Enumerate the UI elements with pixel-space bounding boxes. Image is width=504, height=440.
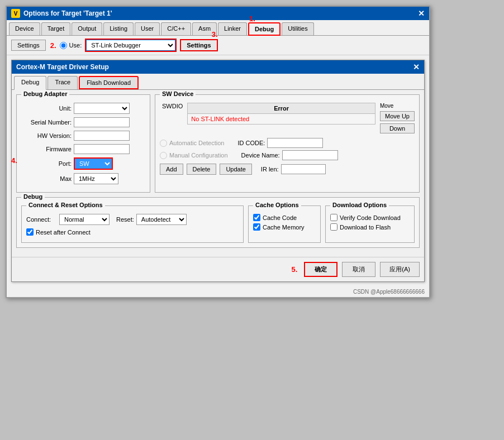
reset-select[interactable]: Autodetect	[136, 214, 187, 225]
app-icon: V	[11, 9, 20, 18]
serial-row: Serial Number:	[21, 117, 145, 127]
download-options-label: Download Options	[330, 202, 389, 208]
cache-code-row: Cache Code	[253, 214, 316, 221]
use-radio-input[interactable]	[60, 42, 67, 49]
main-row: Debug Adapter Unit: Serial Number: HW Ve…	[16, 94, 420, 193]
download-flash-checkbox[interactable]	[330, 223, 337, 231]
swdio-table-wrapper: Error No ST-LINK detected	[187, 103, 375, 129]
manual-config-label: Manual Configuration	[169, 152, 228, 159]
tab-utilities[interactable]: Utilities	[282, 22, 313, 35]
action-btns: Add Delete Update IR len:	[160, 164, 415, 175]
move-up-button[interactable]: Move Up	[380, 111, 415, 121]
firmware-row: Firmware	[21, 144, 145, 154]
use-radio-label: Use:	[69, 42, 82, 49]
delete-button[interactable]: Delete	[187, 164, 217, 175]
inner-close-button[interactable]: ✕	[413, 63, 420, 71]
cache-memory-checkbox[interactable]	[253, 223, 260, 231]
cache-code-label: Cache Code	[263, 214, 297, 221]
confirm-button[interactable]: 确定	[304, 262, 337, 277]
download-flash-label: Download to Flash	[340, 224, 391, 231]
inner-content: Debug Adapter Unit: Serial Number: HW Ve…	[12, 90, 424, 257]
ir-len-label: IR len:	[261, 166, 279, 173]
tab-listing[interactable]: Listing	[103, 22, 134, 35]
reset-after-connect-label: Reset after Connect	[36, 229, 91, 236]
connect-reset-group: Connect & Reset Options Connect: Normal …	[21, 205, 244, 243]
debugger-select-wrapper: ST-Link Debugger	[86, 40, 175, 51]
max-row: Max 1MHz	[21, 173, 145, 184]
cache-code-checkbox[interactable]	[253, 214, 260, 221]
cache-memory-label: Cache Memory	[263, 224, 305, 231]
number3-label: 3.	[212, 30, 218, 39]
move-down-button[interactable]: Down	[380, 123, 415, 133]
reset-after-connect-row: Reset after Connect	[26, 228, 239, 236]
inner-window-title: Cortex-M Target Driver Setup	[16, 63, 109, 71]
tab-linker[interactable]: Linker	[218, 22, 247, 35]
debugger-select[interactable]: ST-Link Debugger	[86, 40, 175, 51]
verify-code-checkbox[interactable]	[330, 214, 337, 221]
outer-close-button[interactable]: ✕	[418, 9, 425, 17]
hw-input[interactable]	[74, 131, 130, 141]
table-row: No ST-LINK detected	[188, 114, 375, 125]
sw-table: Error No ST-LINK detected	[187, 103, 375, 125]
cache-options-label: Cache Options	[253, 202, 301, 208]
firmware-label: Firmware	[21, 146, 72, 152]
cache-group: Cache Options Cache Code Cache Memory	[248, 205, 321, 243]
max-label: Max	[21, 175, 72, 182]
tab-debug-inner[interactable]: Debug	[14, 76, 46, 90]
max-select[interactable]: 1MHz	[74, 173, 118, 184]
tab-flash-download[interactable]: Flash Download	[79, 76, 139, 89]
error-cell: No ST-LINK detected	[188, 114, 375, 125]
auto-detect-label: Automatic Detection	[169, 140, 224, 146]
verify-code-label: Verify Code Download	[340, 214, 401, 221]
port-select[interactable]: SW	[74, 157, 113, 170]
update-button[interactable]: Update	[220, 164, 251, 175]
settings-btn-wrapper: 3. Settings	[180, 39, 217, 51]
tab-user[interactable]: User	[135, 22, 160, 35]
hw-label: HW Version:	[21, 132, 72, 139]
connect-row: Connect: Normal Reset: Autodetect	[26, 214, 239, 225]
unit-label: Unit:	[21, 105, 72, 112]
manual-config-radio[interactable]	[160, 152, 167, 159]
add-button[interactable]: Add	[160, 164, 183, 175]
tab-target[interactable]: Target	[41, 22, 71, 35]
device-name-input[interactable]	[282, 150, 338, 160]
number5-label: 5.	[291, 265, 297, 274]
bottom-buttons: 5. 确定 取消 应用(A)	[12, 257, 424, 281]
unit-row: Unit:	[21, 103, 145, 114]
debug-adapter-group: Debug Adapter Unit: Serial Number: HW Ve…	[16, 94, 150, 193]
manual-config-row: Manual Configuration Device Name:	[160, 150, 415, 160]
settings-button-outer[interactable]: Settings	[11, 40, 46, 51]
id-code-input[interactable]	[267, 138, 323, 148]
tab-cpp[interactable]: C/C++	[161, 22, 191, 35]
port-row: 4. Port: SW	[21, 157, 145, 170]
outer-window: V Options for Target 'Target 1' ✕ Device…	[6, 6, 430, 298]
outer-toolbar: Settings 2. Use: ST-Link Debugger 3. Set…	[7, 36, 429, 55]
outer-tabs: Device Target Output Listing User C/C++ …	[7, 20, 429, 36]
cancel-button[interactable]: 取消	[342, 262, 375, 277]
move-label: Move	[380, 103, 415, 109]
connect-select[interactable]: Normal	[59, 214, 110, 225]
ir-len-input[interactable]	[281, 164, 326, 174]
cache-memory-row: Cache Memory	[253, 223, 316, 231]
outer-titlebar: V Options for Target 'Target 1' ✕	[7, 7, 429, 20]
tab-output[interactable]: Output	[72, 22, 102, 35]
sw-device-group: SW Device SWDIO Error	[155, 94, 420, 193]
tab-debug[interactable]: 1. Debug	[248, 22, 280, 36]
verify-code-row: Verify Code Download	[330, 214, 410, 221]
table-header-error: Error	[188, 103, 375, 114]
debug-adapter-label: Debug Adapter	[21, 90, 69, 97]
use-radio: 2. Use:	[50, 41, 82, 50]
reset-after-connect-checkbox[interactable]	[26, 228, 34, 236]
firmware-input[interactable]	[74, 144, 130, 154]
download-group: Download Options Verify Code Download Do…	[325, 205, 415, 243]
outer-titlebar-left: V Options for Target 'Target 1'	[11, 9, 112, 18]
serial-input[interactable]	[74, 117, 130, 127]
inner-tabs: Debug Trace Flash Download	[12, 74, 424, 90]
unit-select[interactable]	[74, 103, 130, 114]
inner-window: Cortex-M Target Driver Setup ✕ Debug Tra…	[11, 60, 425, 282]
tab-trace[interactable]: Trace	[47, 76, 78, 89]
tab-device[interactable]: Device	[9, 22, 40, 35]
settings-button-highlighted[interactable]: Settings	[180, 39, 217, 51]
apply-button[interactable]: 应用(A)	[380, 262, 420, 277]
auto-detect-radio[interactable]	[160, 140, 167, 147]
